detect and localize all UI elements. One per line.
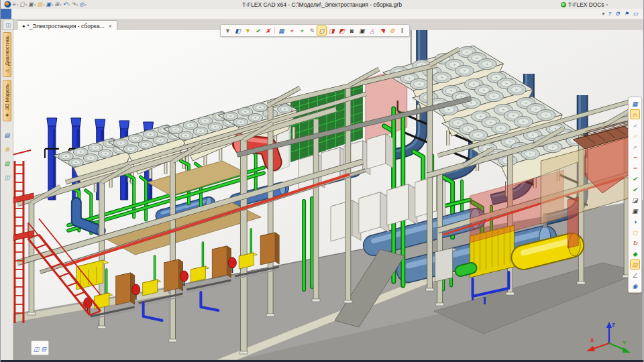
title-bar: ≡▢▣▤▣⊞↶↷◎ T-FLEX CAD x64 - C:\Модели\_Эл… xyxy=(1,0,643,9)
selector-filter-icon[interactable]: ▼ xyxy=(223,25,233,36)
shaded-sphere-icon[interactable]: ◑ xyxy=(630,217,640,227)
diagnostics-window-icon[interactable]: ▤ xyxy=(4,128,9,140)
assembly-group-icon[interactable]: ◬ xyxy=(367,25,377,36)
flag-icon[interactable]: ⚑ xyxy=(624,11,629,17)
materials-icon[interactable]: ⚙ xyxy=(387,25,397,36)
structure-window-icon[interactable]: ▥ xyxy=(4,156,9,168)
menu-item[interactable] xyxy=(65,9,76,19)
model-doc-icon: ● xyxy=(22,23,25,28)
menu-item[interactable] xyxy=(33,9,44,19)
side-tab-label: Диагностика xyxy=(4,36,10,66)
grid-icon[interactable]: ▦ xyxy=(276,25,286,36)
page-window-icon[interactable]: ▦ xyxy=(630,99,640,109)
scene-toolbar: ▦∩⌕⌕⌕┅┉✔✔◪▣◑◻↻◆▤∠◉ xyxy=(628,97,642,293)
measure-icon[interactable]: ┅ xyxy=(630,152,640,162)
settings-icon[interactable]: ⚙ xyxy=(615,11,620,17)
x-axis-arrow xyxy=(586,346,595,351)
app-logo-icon[interactable] xyxy=(4,1,11,8)
3d-viewport[interactable]: ▼◧▼✔✘▦⌖⌖✎◻◨◩◙▣◬◥⚙‖ ▦∩⌕⌕⌕┅┉✔✔◪▣◑◻↻◆▤∠◉ ◫⊟… xyxy=(13,30,643,360)
new-document-icon[interactable]: ▢ xyxy=(19,1,27,8)
x-axis-label: X xyxy=(590,337,594,343)
menu-item[interactable] xyxy=(22,9,33,19)
zoom-window-icon[interactable]: ⌕ xyxy=(630,120,640,130)
menu-item[interactable] xyxy=(1,9,11,19)
print-icon[interactable]: ⊞ xyxy=(55,1,62,8)
filter-list-icon[interactable]: ▼ xyxy=(243,25,253,36)
document-tab[interactable]: ● *_Электростанция - сборка... × xyxy=(17,20,117,31)
preview-icon[interactable]: ◎ xyxy=(79,1,87,8)
panel-toggle-icon[interactable]: ◫ xyxy=(3,19,14,30)
lcs-target-icon[interactable]: ⌖ xyxy=(297,25,307,36)
section-plane-icon[interactable]: ◪ xyxy=(630,195,640,205)
magnet-icon[interactable]: ∩ xyxy=(630,109,640,119)
window-title: T-FLEX CAD x64 - C:\Модели\_Электростанц… xyxy=(242,1,402,8)
ribbon-collapse-icon[interactable]: ▾ xyxy=(602,11,604,17)
filter-settings-icon[interactable]: ◧ xyxy=(233,25,243,36)
isometry-view-icon[interactable]: ◆ xyxy=(630,249,640,259)
document-tab-label: *_Электростанция - сборка... xyxy=(27,23,105,29)
workplane-icon[interactable]: ✎ xyxy=(307,25,317,36)
bounding-box-icon[interactable]: ◻ xyxy=(630,227,640,237)
lcs-source-icon[interactable]: ⌖ xyxy=(286,25,297,36)
menu-item[interactable] xyxy=(119,9,129,19)
side-tab-icon: ❖ xyxy=(5,113,10,117)
explode-icon[interactable]: ◥ xyxy=(377,25,387,36)
wireframe-mode-icon[interactable]: ◻ xyxy=(317,25,327,36)
menu-item[interactable] xyxy=(44,9,54,19)
rotate-view-icon[interactable]: ↻ xyxy=(630,238,640,248)
y-axis-arrow xyxy=(623,347,631,353)
help-icon[interactable]: ? xyxy=(608,11,611,17)
side-tab-icon: ⚠ xyxy=(5,68,10,73)
tflex-docs-button[interactable]: T-FLEX DOCs ▾ xyxy=(561,1,608,8)
menu-item[interactable] xyxy=(97,9,108,19)
clip-box-icon[interactable]: ▣ xyxy=(630,206,640,216)
page-layout-buttons: ◫⊟ xyxy=(31,341,49,355)
left-panel-rail: ⚠ Диагностика ❖ 3D Модель ▤⚙▥◫ xyxy=(1,30,13,360)
transparent-mode-icon[interactable]: ◩ xyxy=(337,25,347,36)
zoom-in-icon[interactable]: ⌕ xyxy=(630,131,640,141)
open-scene-icon[interactable]: ▤ xyxy=(630,259,640,269)
side-panel-tab[interactable]: ⚠ Диагностика xyxy=(3,32,11,77)
cancel-icon[interactable]: ✘ xyxy=(263,25,273,36)
split-horizontal-icon[interactable]: ⊟ xyxy=(42,342,47,354)
menu-item[interactable] xyxy=(129,9,140,19)
quick-menu-icon[interactable]: ≡ xyxy=(13,1,18,8)
tab-close-icon[interactable]: × xyxy=(109,23,112,29)
save-icon[interactable]: ▣ xyxy=(46,1,53,8)
split-vertical-icon[interactable]: ◫ xyxy=(34,342,40,354)
check-body-icon[interactable]: ✔ xyxy=(630,184,640,194)
docs-status-icon xyxy=(561,2,566,7)
menu-bar: ▾?⚙⚑▭ xyxy=(1,9,643,19)
menu-item[interactable] xyxy=(108,9,119,19)
orientation-axes: X Y Z xyxy=(584,319,632,357)
side-tab-label: 3D Модель xyxy=(4,84,10,110)
hidden-edges-mode-icon[interactable]: ◨ xyxy=(327,25,337,36)
side-panel-tab[interactable]: ❖ 3D Модель xyxy=(3,80,11,121)
undo-icon[interactable]: ↶ xyxy=(63,1,70,8)
shaded-edges-mode-icon[interactable]: ▣ xyxy=(357,25,367,36)
dimension-icon[interactable]: ┉ xyxy=(630,163,640,173)
new-assembly-icon[interactable]: ▣ xyxy=(28,1,36,8)
properties-window-icon[interactable]: ◫ xyxy=(4,170,9,182)
apply-icon[interactable]: ✔ xyxy=(253,25,263,36)
open-icon[interactable]: ▤ xyxy=(37,1,44,8)
menu-item[interactable] xyxy=(11,9,22,19)
quick-access-toolbar: ≡▢▣▤▣⊞↶↷◎ xyxy=(4,1,87,8)
settings-window-icon[interactable]: ⚙ xyxy=(5,142,10,154)
z-axis-arrow xyxy=(606,322,612,328)
perspective-icon[interactable]: ∠ xyxy=(630,270,640,280)
shaded-mode-icon[interactable]: ◙ xyxy=(347,25,357,36)
monitor-icon[interactable]: ▭ xyxy=(633,11,638,17)
camera-icon[interactable]: ◉ xyxy=(630,281,640,291)
power-plant-3d-model[interactable] xyxy=(13,30,643,360)
menu-item[interactable] xyxy=(76,9,87,19)
menu-item[interactable] xyxy=(87,9,97,19)
y-axis-label: Y xyxy=(623,340,627,346)
view-toolbar: ▼◧▼✔✘▦⌖⌖✎◻◨◩◙▣◬◥⚙‖ xyxy=(220,24,410,37)
z-axis-label: Z xyxy=(612,322,615,328)
check-face-icon[interactable]: ✔ xyxy=(630,174,640,184)
redo-icon[interactable]: ↷ xyxy=(71,1,78,8)
menu-item[interactable] xyxy=(54,9,65,19)
toolbar-handle[interactable]: ‖ xyxy=(397,25,407,36)
zoom-out-icon[interactable]: ⌕ xyxy=(630,141,640,152)
